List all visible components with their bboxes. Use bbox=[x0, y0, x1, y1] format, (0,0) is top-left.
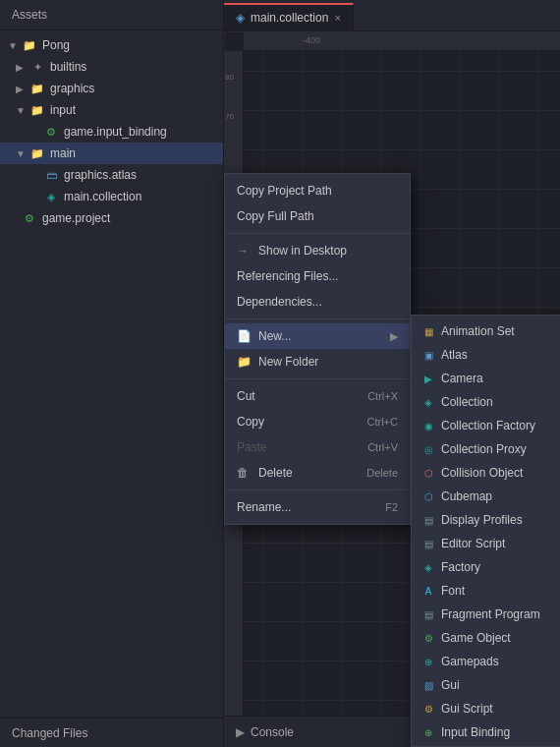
camera-icon: ▶ bbox=[421, 372, 435, 385]
submenu-item-atlas[interactable]: ▣ Atlas bbox=[412, 343, 560, 367]
submenu-item-gamepads[interactable]: ⊕ Gamepads bbox=[412, 650, 560, 673]
collection-icon: ◈ bbox=[421, 395, 435, 409]
submenu-item-display-profiles[interactable]: ▤ Display Profiles bbox=[412, 508, 560, 532]
atlas-icon: ▣ bbox=[421, 348, 435, 362]
submenu-item-cubemap[interactable]: ⬡ Cubemap bbox=[412, 485, 560, 508]
assets-header: Assets bbox=[0, 0, 223, 30]
menu-item-copy-full-path[interactable]: Copy Full Path bbox=[225, 203, 410, 229]
show-desktop-icon: → bbox=[237, 244, 254, 258]
menu-separator-4 bbox=[225, 489, 410, 490]
submenu-item-collection-factory[interactable]: ◉ Collection Factory bbox=[412, 414, 560, 437]
gear-icon-builtins: ✦ bbox=[29, 59, 45, 75]
menu-item-paste: Paste Ctrl+V bbox=[225, 434, 410, 460]
left-panel: Assets ▼ 📁 Pong ▶ ✦ builtins ▶ 📁 graphic… bbox=[0, 0, 224, 747]
tab-bar: ◈ main.collection × bbox=[224, 0, 560, 31]
new-submenu-arrow: ▶ bbox=[390, 330, 398, 343]
menu-item-show-in-desktop[interactable]: → Show in Desktop bbox=[225, 238, 410, 263]
ruler-tick-left-2: 70 bbox=[225, 112, 234, 121]
tree-item-builtins[interactable]: ▶ ✦ builtins bbox=[0, 56, 223, 78]
new-file-icon: 📄 bbox=[237, 329, 254, 343]
submenu-item-gui-script[interactable]: ⚙ Gui Script bbox=[412, 697, 560, 720]
tab-main-collection[interactable]: ◈ main.collection × bbox=[224, 3, 354, 30]
cubemap-icon: ⬡ bbox=[421, 489, 435, 503]
file-icon-game-input: ⚙ bbox=[43, 124, 59, 140]
console-label: Console bbox=[251, 725, 294, 739]
collection-proxy-icon: ◎ bbox=[421, 442, 435, 456]
submenu-item-fragment-program[interactable]: ▤ Fragment Program bbox=[412, 603, 560, 626]
changed-files-section: Changed Files bbox=[0, 718, 223, 747]
delete-icon: 🗑 bbox=[237, 466, 254, 480]
game-object-icon: ⚙ bbox=[421, 631, 435, 645]
collision-object-icon: ⬡ bbox=[421, 466, 435, 480]
menu-separator-2 bbox=[225, 318, 410, 319]
folder-icon-main: 📁 bbox=[29, 145, 45, 161]
menu-item-new-folder[interactable]: 📁 New Folder bbox=[225, 349, 410, 374]
menu-item-rename[interactable]: Rename... F2 bbox=[225, 494, 410, 520]
console-icon: ▶ bbox=[236, 725, 245, 739]
fragment-program-icon: ▤ bbox=[421, 607, 435, 621]
tab-label: main.collection bbox=[251, 11, 328, 25]
menu-item-referencing-files[interactable]: Referencing Files... bbox=[225, 263, 410, 289]
submenu-item-collection[interactable]: ◈ Collection bbox=[412, 390, 560, 414]
submenu-item-camera[interactable]: ▶ Camera bbox=[412, 367, 560, 390]
submenu-item-editor-script[interactable]: ▤ Editor Script bbox=[412, 532, 560, 555]
arrow-builtins: ▶ bbox=[16, 62, 29, 73]
arrow-pong: ▼ bbox=[8, 40, 22, 51]
menu-separator-1 bbox=[225, 233, 410, 234]
tree-item-pong[interactable]: ▼ 📁 Pong bbox=[0, 34, 223, 56]
tree-item-graphics-atlas[interactable]: 🗃 graphics.atlas bbox=[0, 164, 223, 186]
animation-set-icon: ▦ bbox=[421, 324, 435, 338]
tree-item-game-project[interactable]: ⚙ game.project bbox=[0, 207, 223, 229]
submenu-item-game-object[interactable]: ⚙ Game Object bbox=[412, 626, 560, 650]
tab-close-button[interactable]: × bbox=[334, 12, 340, 24]
editor-script-icon: ▤ bbox=[421, 537, 435, 550]
menu-item-delete[interactable]: 🗑 Delete Delete bbox=[225, 460, 410, 486]
tree-item-game-input-binding[interactable]: ⚙ game.input_binding bbox=[0, 121, 223, 143]
file-icon-game-project: ⚙ bbox=[22, 210, 37, 226]
submenu-item-collision-object[interactable]: ⬡ Collision Object bbox=[412, 461, 560, 485]
menu-item-copy[interactable]: Copy Ctrl+C bbox=[225, 409, 410, 434]
new-folder-icon: 📁 bbox=[237, 355, 254, 369]
gui-script-icon: ⚙ bbox=[421, 702, 435, 716]
arrow-graphics: ▶ bbox=[16, 84, 29, 94]
submenu-new: ▦ Animation Set ▣ Atlas ▶ Camera ◈ Colle… bbox=[411, 315, 560, 747]
menu-separator-3 bbox=[225, 378, 410, 379]
menu-item-dependencies[interactable]: Dependencies... bbox=[225, 289, 410, 315]
file-icon-graphics-atlas: 🗃 bbox=[43, 167, 59, 183]
submenu-item-collection-proxy[interactable]: ◎ Collection Proxy bbox=[412, 437, 560, 461]
menu-item-copy-project-path[interactable]: Copy Project Path bbox=[225, 178, 410, 203]
menu-item-cut[interactable]: Cut Ctrl+X bbox=[225, 383, 410, 409]
display-profiles-icon: ▤ bbox=[421, 513, 435, 527]
tree-item-graphics[interactable]: ▶ 📁 graphics bbox=[0, 78, 223, 99]
ruler-tick-top-1: -400 bbox=[303, 35, 320, 45]
tree-item-input[interactable]: ▼ 📁 input bbox=[0, 99, 223, 121]
gamepads-icon: ⊕ bbox=[421, 655, 435, 668]
arrow-input: ▼ bbox=[16, 105, 29, 116]
tree-item-main-collection[interactable]: ◈ main.collection bbox=[0, 186, 223, 207]
submenu-item-factory[interactable]: ◈ Factory bbox=[412, 555, 560, 579]
gui-icon: ▨ bbox=[421, 678, 435, 692]
submenu-item-font[interactable]: A Font bbox=[412, 579, 560, 603]
input-binding-icon: ⊕ bbox=[421, 725, 435, 739]
folder-icon-pong: 📁 bbox=[22, 37, 37, 53]
context-menu: Copy Project Path Copy Full Path → Show … bbox=[224, 173, 411, 525]
assets-tree: ▼ 📁 Pong ▶ ✦ builtins ▶ 📁 graphics ▼ 📁 i… bbox=[0, 30, 223, 718]
file-icon-main-collection: ◈ bbox=[43, 189, 59, 204]
submenu-item-gui[interactable]: ▨ Gui bbox=[412, 673, 560, 697]
folder-icon-input: 📁 bbox=[29, 102, 45, 118]
factory-icon: ◈ bbox=[421, 560, 435, 574]
ruler-tick-left-1: 80 bbox=[225, 73, 234, 82]
tab-file-icon: ◈ bbox=[236, 11, 245, 25]
collection-factory-icon: ◉ bbox=[421, 419, 435, 432]
submenu-item-animation-set[interactable]: ▦ Animation Set bbox=[412, 319, 560, 343]
folder-icon-graphics: 📁 bbox=[29, 81, 45, 96]
tree-item-main[interactable]: ▼ 📁 main bbox=[0, 143, 223, 164]
arrow-main: ▼ bbox=[16, 148, 29, 159]
font-icon: A bbox=[421, 584, 435, 598]
menu-item-new[interactable]: 📄 New... ▶ bbox=[225, 323, 410, 349]
submenu-item-input-binding[interactable]: ⊕ Input Binding bbox=[412, 720, 560, 744]
ruler-top: -400 bbox=[244, 31, 560, 51]
